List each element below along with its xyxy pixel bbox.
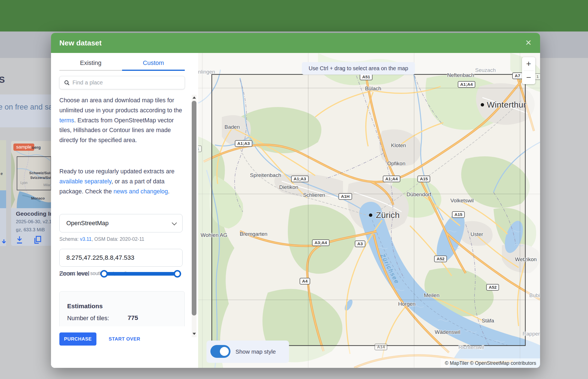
schema-prefix: Schema:: [59, 236, 80, 242]
show-map-style-label: Show map style: [235, 348, 276, 355]
tab-underline-active: [122, 70, 185, 71]
tab-custom[interactable]: Custom: [122, 59, 185, 67]
thumbnail-label: uerg: [32, 145, 41, 150]
slider-handle-min[interactable]: [100, 270, 108, 278]
show-map-style-toggle[interactable]: [210, 345, 230, 358]
schema-info: Schema: v3.11, OSM Data: 2020-02-11: [59, 236, 144, 242]
panel-scrollbar: [192, 95, 196, 337]
basemap-art: [198, 53, 540, 368]
slider-handle-max[interactable]: [174, 270, 181, 278]
zoom-range-slider: [104, 268, 178, 279]
schema-suffix: , OSM Data: 2020-02-11: [91, 236, 144, 242]
card-sliver-label: e: [1, 171, 3, 176]
dataset-type-select[interactable]: OpenStreetMap: [59, 214, 183, 232]
close-icon[interactable]: ✕: [525, 39, 532, 47]
intro-paragraph-2: Ready to use regularly updated extracts …: [59, 167, 186, 196]
map-attribution: © MapTiler © OpenStreetMap contributors: [441, 358, 540, 368]
intro-p2-text3: .: [168, 188, 170, 195]
card-file-size: gz, 633.3 MiB: [16, 227, 45, 233]
download-icon[interactable]: [16, 236, 23, 244]
thumbnail-label: Schweiz/Suis: [29, 171, 52, 175]
dialog-header: New dataset ✕: [51, 33, 540, 53]
thumbnail-label: Lyon: [20, 181, 28, 185]
chevron-down-icon: [172, 220, 177, 225]
estimations-title: Estimations: [67, 303, 103, 310]
card-version: 2025-06-30, v2.1: [16, 219, 52, 225]
map-style-pill: Show map style: [206, 341, 289, 363]
card-map-thumbnail: sampleuergSchweiz/SuisSvizzera/SviLyonMi…: [11, 141, 52, 208]
banner-text-fragment: e on free and san: [0, 103, 57, 111]
terms-link[interactable]: terms: [59, 117, 74, 124]
map-zoom-control: + −: [522, 57, 535, 84]
new-dataset-dialog: New dataset ✕ Existing Custom Choose an …: [51, 33, 540, 368]
thumbnail-label: sample: [13, 144, 34, 151]
map-canvas[interactable]: enlingenSeuzachNeftenbachWinterthurBülac…: [198, 53, 540, 368]
card-sliver-thumbnail: e: [0, 140, 6, 208]
download-icon[interactable]: [0, 239, 6, 246]
scrollbar-thumb[interactable]: [192, 101, 196, 315]
background-heading-fragment: S: [0, 75, 5, 85]
purchase-button[interactable]: PURCHASE: [59, 332, 96, 346]
intro-paragraph-1: Choose an area and download map tiles fo…: [59, 96, 186, 145]
card-title: Geocoding In: [16, 210, 52, 217]
intro-p2-text: Ready to use regularly updated extracts …: [59, 168, 174, 175]
map-drag-hint: Use Ctrl + drag to select area on the ma…: [302, 62, 415, 75]
dataset-config-panel: Existing Custom Choose an area and downl…: [51, 53, 198, 368]
dialog-footer: PURCHASE START OVER: [51, 326, 193, 368]
tab-existing[interactable]: Existing: [59, 59, 122, 67]
copy-icon[interactable]: [34, 236, 42, 244]
dataset-type-value: OpenStreetMap: [66, 220, 109, 227]
background-card-sliver: e: [0, 140, 6, 246]
slider-track[interactable]: [104, 272, 178, 276]
place-search-box[interactable]: [59, 76, 185, 89]
tab-underline-inactive: [59, 70, 122, 71]
zoom-in-button[interactable]: +: [522, 57, 535, 71]
intro-p1-text2: . Extracts from OpenStreetMap vector til…: [59, 117, 174, 144]
zoom-level-label: Zoom level: [59, 270, 89, 277]
bbox-field-wrap: [59, 249, 183, 267]
available-separately-link[interactable]: available separately: [59, 178, 111, 185]
intro-p1-text: Choose an area and download map tiles fo…: [59, 97, 182, 114]
dialog-title: New dataset: [59, 39, 102, 47]
thumbnail-label: Svizzera/Svi: [30, 176, 51, 180]
tiles-count-value: 775: [128, 314, 138, 322]
thumbnail-label: Monaco: [31, 196, 45, 200]
news-changelog-link[interactable]: news and changelog: [113, 188, 168, 195]
start-over-button[interactable]: START OVER: [109, 332, 140, 346]
schema-version-link[interactable]: v3.11: [80, 236, 92, 242]
zoom-out-button[interactable]: −: [522, 71, 535, 84]
scroll-down-arrow-icon[interactable]: [193, 333, 196, 335]
top-green-bar: [0, 0, 588, 31]
thumbnail-label: Milan: [43, 183, 52, 187]
toggle-knob: [220, 347, 229, 356]
bbox-input[interactable]: [60, 249, 182, 266]
search-input[interactable]: [72, 79, 184, 86]
card-sliver-sea: [0, 190, 6, 208]
scroll-up-arrow-icon[interactable]: [193, 96, 196, 99]
geocoding-card[interactable]: sampleuergSchweiz/SuisSvizzera/SviLyonMi…: [11, 141, 52, 246]
search-icon: [64, 80, 70, 86]
tiles-count-label: Number of tiles:: [67, 315, 109, 322]
